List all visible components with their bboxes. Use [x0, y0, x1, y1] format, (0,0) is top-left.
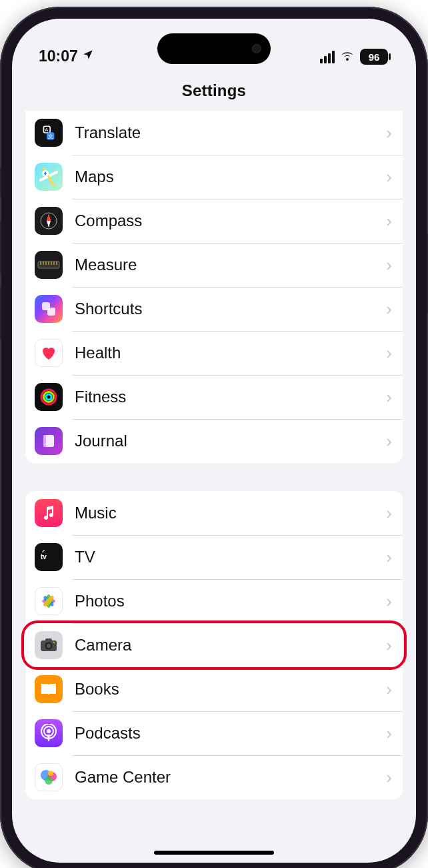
row-label: Books — [75, 680, 381, 699]
settings-row-compass[interactable]: Compass › — [25, 199, 403, 243]
settings-row-maps[interactable]: Maps › — [25, 155, 403, 199]
settings-row-podcasts[interactable]: Podcasts › — [25, 711, 403, 755]
chevron-right-icon: › — [386, 123, 392, 143]
svg-point-32 — [53, 642, 55, 643]
status-time: 10:07 — [39, 47, 78, 65]
fitness-icon — [35, 383, 63, 411]
svg-text:tv: tv — [41, 553, 47, 560]
row-label: Shortcuts — [75, 300, 381, 318]
settings-row-music[interactable]: Music › — [25, 491, 403, 535]
page-title: Settings — [12, 81, 416, 100]
navigation-bar: Settings — [12, 69, 416, 111]
svg-text:A: A — [45, 127, 49, 133]
chevron-right-icon: › — [386, 679, 392, 700]
row-label: TV — [75, 548, 381, 566]
row-label: Translate — [75, 123, 381, 142]
row-label: Game Center — [75, 768, 381, 787]
shortcuts-icon — [35, 295, 63, 323]
measure-icon — [35, 251, 63, 279]
settings-row-books[interactable]: Books › — [25, 667, 403, 711]
location-icon — [82, 49, 94, 64]
screen: 10:07 96 Settings A文 — [12, 19, 416, 863]
chevron-right-icon: › — [386, 211, 392, 232]
svg-rect-15 — [47, 308, 55, 316]
game-center-icon — [35, 763, 63, 791]
volume-down-button — [0, 287, 1, 340]
svg-text:文: 文 — [48, 133, 53, 139]
settings-row-translate[interactable]: A文 Translate › — [25, 111, 403, 155]
row-label: Journal — [75, 432, 381, 450]
chevron-right-icon: › — [386, 591, 392, 612]
settings-row-fitness[interactable]: Fitness › — [25, 375, 403, 419]
row-label: Health — [75, 344, 381, 362]
tv-icon: tv — [35, 543, 63, 571]
svg-point-39 — [48, 771, 53, 776]
wifi-icon — [339, 48, 355, 65]
chevron-right-icon: › — [386, 299, 392, 320]
row-label: Compass — [75, 211, 381, 230]
chevron-right-icon: › — [386, 431, 392, 452]
iphone-frame: 10:07 96 Settings A文 — [0, 7, 428, 868]
row-label: Maps — [75, 167, 381, 186]
row-label: Fitness — [75, 388, 381, 406]
podcasts-icon — [35, 719, 63, 747]
row-label: Measure — [75, 256, 381, 274]
svg-rect-20 — [43, 435, 46, 447]
compass-icon — [35, 207, 63, 235]
journal-icon — [35, 427, 63, 455]
settings-row-journal[interactable]: Journal › — [25, 419, 403, 463]
chevron-right-icon: › — [386, 503, 392, 524]
chevron-right-icon: › — [386, 635, 392, 656]
music-icon — [35, 499, 63, 527]
chevron-right-icon: › — [386, 255, 392, 276]
home-indicator[interactable] — [154, 851, 274, 855]
health-icon — [35, 339, 63, 367]
row-label: Podcasts — [75, 724, 381, 743]
row-label: Photos — [75, 592, 381, 610]
dynamic-island — [157, 33, 271, 64]
chevron-right-icon: › — [386, 767, 392, 788]
battery-icon: 96 — [360, 49, 388, 65]
camera-icon — [35, 631, 63, 659]
settings-group: Music › tv TV › Photos › — [25, 491, 403, 799]
cellular-icon — [320, 51, 335, 63]
svg-rect-29 — [45, 638, 52, 642]
settings-row-game-center[interactable]: Game Center › — [25, 755, 403, 799]
volume-up-button — [0, 220, 1, 274]
row-label: Camera — [75, 636, 381, 655]
chevron-right-icon: › — [386, 387, 392, 408]
svg-point-31 — [47, 644, 51, 648]
translate-icon: A文 — [35, 119, 63, 147]
chevron-right-icon: › — [386, 723, 392, 744]
svg-point-33 — [47, 729, 51, 733]
settings-row-health[interactable]: Health › — [25, 331, 403, 375]
settings-list[interactable]: A文 Translate › Maps › Compass — [12, 111, 416, 827]
maps-icon — [35, 163, 63, 191]
photos-icon — [35, 587, 63, 615]
settings-row-measure[interactable]: Measure › — [25, 243, 403, 287]
silence-switch — [0, 167, 1, 197]
chevron-right-icon: › — [386, 343, 392, 364]
svg-point-38 — [45, 777, 53, 785]
settings-row-shortcuts[interactable]: Shortcuts › — [25, 287, 403, 331]
settings-row-tv[interactable]: tv TV › — [25, 535, 403, 579]
svg-point-18 — [46, 394, 51, 400]
chevron-right-icon: › — [386, 167, 392, 187]
books-icon — [35, 675, 63, 703]
settings-row-photos[interactable]: Photos › — [25, 579, 403, 623]
chevron-right-icon: › — [386, 547, 392, 568]
row-label: Music — [75, 504, 381, 522]
settings-row-camera[interactable]: Camera › — [25, 623, 403, 667]
settings-group: A文 Translate › Maps › Compass — [25, 111, 403, 463]
